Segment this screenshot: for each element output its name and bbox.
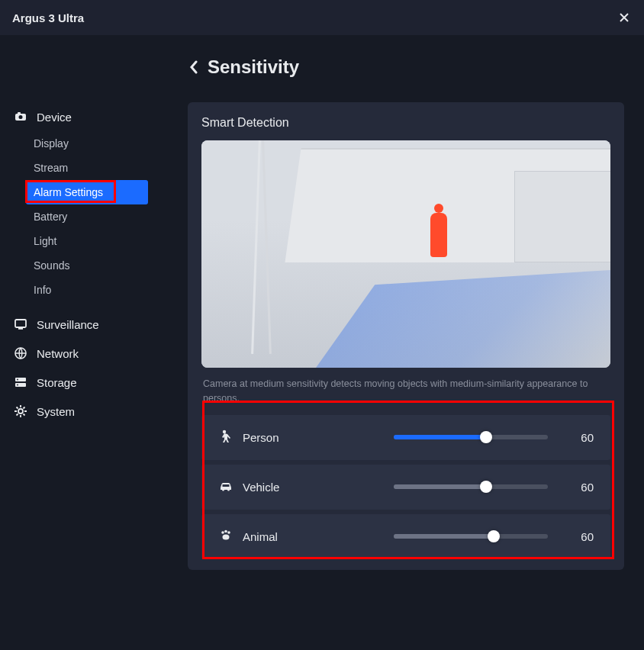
slider-label: Person (218, 429, 371, 446)
sidebar-item-stream[interactable]: Stream (0, 156, 172, 180)
slider-value: 60 (571, 530, 594, 543)
gear-icon (14, 404, 27, 418)
sidebar-item-info[interactable]: Info (0, 278, 172, 302)
detection-preview (201, 140, 610, 368)
slider-label: Vehicle (218, 478, 371, 496)
panel-title: Smart Detection (201, 116, 610, 130)
svg-rect-4 (18, 328, 23, 330)
slider-row-person: Person60 (201, 415, 610, 460)
sidebar-item-alarm-settings[interactable]: Alarm Settings (26, 180, 148, 204)
slider-value: 60 (571, 481, 594, 494)
svg-point-9 (17, 385, 18, 386)
close-icon (618, 11, 630, 24)
monitor-icon (14, 317, 27, 331)
svg-point-1 (19, 115, 23, 119)
svg-point-14 (224, 529, 227, 533)
slider-label: Animal (218, 528, 371, 545)
sidebar-item-display[interactable]: Display (0, 131, 172, 156)
svg-point-11 (223, 430, 226, 433)
svg-point-10 (18, 409, 23, 413)
camera-icon (14, 110, 27, 124)
svg-rect-2 (18, 112, 21, 114)
svg-rect-12 (223, 484, 230, 487)
person-icon (218, 429, 233, 446)
svg-rect-3 (15, 320, 26, 327)
sidebar-section-surveillance[interactable]: Surveillance (0, 310, 172, 339)
sensitivity-slider-animal[interactable] (394, 534, 548, 539)
person-figure (430, 213, 447, 257)
title-bar: Argus 3 Ultra (0, 0, 644, 35)
main-content: Sensitivity Smart Detection Camera at me… (172, 35, 644, 650)
sidebar-label: System (37, 405, 75, 418)
chevron-left-icon (188, 59, 200, 76)
back-button[interactable] (188, 59, 200, 76)
window-title: Argus 3 Ultra (12, 11, 84, 24)
svg-point-13 (221, 531, 224, 534)
slider-value: 60 (571, 431, 594, 444)
close-button[interactable] (617, 10, 632, 25)
sidebar-label: Surveillance (37, 318, 99, 331)
sensitivity-slider-vehicle[interactable] (394, 484, 548, 489)
slider-row-vehicle: Vehicle60 (201, 465, 610, 510)
sidebar-section-system[interactable]: System (0, 397, 172, 426)
animal-icon (218, 528, 233, 545)
sidebar-item-light[interactable]: Light (0, 229, 172, 253)
svg-point-8 (17, 379, 18, 381)
sidebar-label: Device (37, 111, 72, 124)
sidebar-section-storage[interactable]: Storage (0, 368, 172, 397)
sidebar-item-sounds[interactable]: Sounds (0, 253, 172, 278)
sidebar-item-battery[interactable]: Battery (0, 204, 172, 229)
sidebar: Device Display Stream Alarm Settings Bat… (0, 35, 172, 650)
sidebar-label: Storage (37, 376, 77, 389)
svg-point-15 (227, 531, 230, 534)
svg-point-16 (223, 534, 230, 539)
slider-row-animal: Animal60 (201, 514, 610, 559)
vehicle-icon (218, 478, 233, 496)
sidebar-label: Network (37, 347, 79, 360)
sensitivity-slider-person[interactable] (394, 435, 548, 439)
globe-icon (14, 346, 27, 360)
smart-detection-panel: Smart Detection Camera at medium sensiti… (188, 102, 624, 570)
page-header: Sensitivity (188, 56, 624, 78)
storage-icon (14, 375, 27, 389)
sidebar-section-device[interactable]: Device (0, 102, 172, 131)
detection-caption: Camera at medium sensitivity detects mov… (203, 377, 609, 406)
page-title: Sensitivity (208, 56, 299, 78)
sidebar-section-network[interactable]: Network (0, 339, 172, 368)
